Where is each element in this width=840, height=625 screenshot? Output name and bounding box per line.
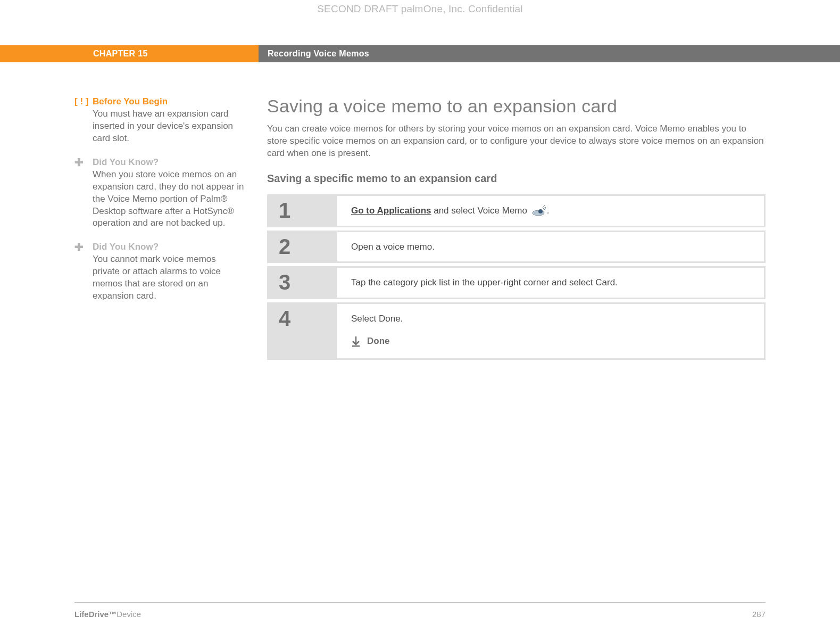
did-you-know-1: ✚ Did You Know? When you store voice mem…	[74, 157, 245, 230]
footer: LifeDrive™Device 287	[74, 610, 766, 619]
before-you-begin: [ ! ] Before You Begin You must have an …	[74, 96, 245, 145]
dyk1-title: Did You Know?	[93, 157, 159, 167]
draft-header: SECOND DRAFT palmOne, Inc. Confidential	[0, 3, 840, 15]
sidebar: [ ! ] Before You Begin You must have an …	[74, 96, 245, 363]
svg-point-1	[538, 209, 543, 213]
alert-icon: [ ! ]	[74, 96, 93, 145]
step-row: 1 Go to Applications and select Voice Me…	[267, 194, 766, 227]
dyk2-title: Did You Know?	[93, 242, 159, 252]
step-4-text: Select Done.	[351, 314, 403, 324]
plus-icon: ✚	[74, 157, 93, 230]
footer-rule	[74, 602, 766, 603]
did-you-know-2: ✚ Did You Know? You cannot mark voice me…	[74, 241, 245, 302]
intro-paragraph: You can create voice memos for others by…	[267, 123, 766, 160]
step-number: 2	[267, 231, 337, 264]
done-label: Done	[367, 335, 390, 348]
plus-icon: ✚	[74, 241, 93, 302]
product-bold: LifeDrive™	[74, 610, 117, 619]
page: SECOND DRAFT palmOne, Inc. Confidential …	[0, 0, 840, 625]
step-text: Tap the category pick list in the upper-…	[337, 266, 766, 299]
step-number: 1	[267, 194, 337, 227]
content: [ ! ] Before You Begin You must have an …	[74, 96, 766, 363]
section-heading: Saving a specific memo to an expansion c…	[267, 172, 766, 185]
before-title: Before You Begin	[93, 96, 168, 106]
page-heading: Saving a voice memo to an expansion card	[267, 96, 766, 117]
main: Saving a voice memo to an expansion card…	[267, 96, 766, 363]
down-arrow-icon	[351, 335, 363, 347]
go-to-applications-link[interactable]: Go to Applications	[351, 205, 431, 216]
step-1-after: and select Voice Memo	[431, 205, 529, 216]
before-text: You must have an expansion card inserted…	[93, 109, 233, 143]
voice-memo-icon	[531, 205, 546, 216]
chapter-bar: CHAPTER 15 Recording Voice Memos	[0, 45, 840, 62]
done-indicator: Done	[351, 335, 753, 348]
dyk2-text: You cannot mark voice memos private or a…	[93, 254, 221, 301]
product-light: Device	[117, 610, 141, 619]
step-text: Go to Applications and select Voice Memo…	[337, 194, 766, 227]
step-text: Open a voice memo.	[337, 231, 766, 264]
step-row: 3 Tap the category pick list in the uppe…	[267, 266, 766, 299]
chapter-label-bar: CHAPTER 15	[0, 45, 259, 62]
page-number: 287	[752, 610, 766, 619]
chapter-label: CHAPTER 15	[93, 49, 148, 59]
step-row: 2 Open a voice memo.	[267, 231, 766, 264]
step-row: 4 Select Done. Done	[267, 302, 766, 360]
step-number: 4	[267, 302, 337, 360]
step-text: Select Done. Done	[337, 302, 766, 360]
step-number: 3	[267, 266, 337, 299]
step-1-tail: .	[547, 205, 550, 216]
steps-table: 1 Go to Applications and select Voice Me…	[267, 191, 766, 363]
chapter-title-bar: Recording Voice Memos	[259, 45, 840, 62]
chapter-title: Recording Voice Memos	[268, 49, 369, 59]
dyk1-text: When you store voice memos on an expansi…	[93, 169, 244, 228]
product-name: LifeDrive™Device	[74, 610, 141, 619]
